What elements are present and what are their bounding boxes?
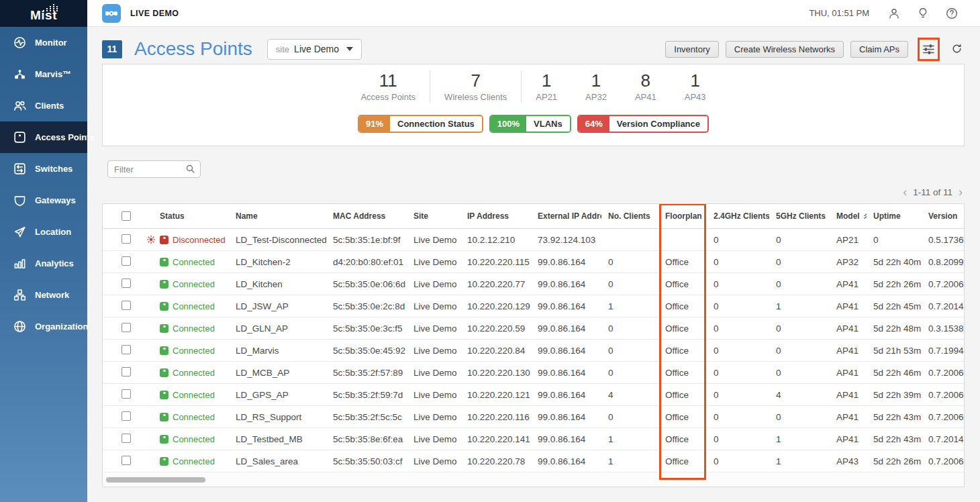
table-row[interactable]: ConnectedLD_Kitchen5c:5b:35:0e:06:6dLive…: [103, 273, 964, 295]
column-header-status[interactable]: Status: [142, 211, 229, 221]
page-title: Access Points: [134, 38, 252, 60]
cell-name: LD_MCB_AP: [229, 368, 326, 378]
table-row[interactable]: ConnectedLD_Testbed_MB5c:5b:35:8e:6f:eaL…: [103, 428, 964, 450]
cell-floorplan: Office: [658, 279, 707, 289]
column-header-ip-address[interactable]: IP Address: [460, 211, 531, 221]
row-checkbox[interactable]: [121, 301, 131, 310]
cell-status: Connected: [142, 390, 229, 400]
row-checkbox[interactable]: [121, 456, 131, 465]
help-icon[interactable]: [945, 7, 959, 20]
cell-ip: 10.220.220.129: [460, 301, 531, 311]
cell-clients: 0: [601, 412, 658, 422]
site-selector[interactable]: site Live Demo: [267, 39, 362, 60]
sidebar-item-label: Network: [35, 290, 69, 300]
stat-value: 8: [635, 70, 656, 91]
sidebar-item-marvis[interactable]: Marvis™: [0, 58, 87, 90]
prev-page-icon[interactable]: ‹: [903, 186, 907, 198]
sidebar-item-organization[interactable]: Organization: [0, 311, 87, 342]
table-row[interactable]: ConnectedLD_Marvis5c:5b:35:0e:45:92Live …: [103, 340, 964, 362]
sidebar-item-gateways[interactable]: Gateways: [0, 185, 87, 216]
cell-status: Disconnected: [142, 235, 229, 245]
create-wireless-networks-button[interactable]: Create Wireless Networks: [726, 41, 844, 58]
row-checkbox[interactable]: [121, 323, 131, 332]
refresh-icon[interactable]: [950, 42, 965, 56]
cell-mac: 5c:5b:35:0e:3c:f5: [326, 323, 407, 334]
table-row[interactable]: ConnectedLD_Kitchen-2d4:20:b0:80:ef:01Li…: [103, 251, 964, 273]
column-header-site[interactable]: Site: [407, 211, 460, 221]
cell-ghz24: 0: [707, 368, 769, 378]
row-checkbox-cell: [103, 434, 142, 445]
cell-model: AP41: [830, 301, 867, 311]
table-row[interactable]: DisconnectedLD_Test-Disconnected5c:5b:35…: [103, 229, 964, 251]
search-icon: [185, 163, 196, 174]
cell-floorplan: Office: [658, 301, 707, 311]
stat-value: 11: [360, 70, 415, 91]
cell-name: LD_GPS_AP: [229, 390, 326, 400]
org-name: LIVE DEMO: [130, 9, 179, 18]
switches-icon: [13, 162, 27, 176]
cell-ip: 10.220.220.121: [460, 390, 531, 400]
cell-clients: 0: [601, 257, 658, 267]
settings-sliders-icon[interactable]: [922, 42, 936, 56]
row-checkbox[interactable]: [121, 411, 131, 421]
sidebar-item-location[interactable]: Location: [0, 216, 87, 248]
sidebar-item-analytics[interactable]: Analytics: [0, 248, 87, 279]
row-checkbox[interactable]: [121, 389, 131, 399]
cell-ip: 10.2.12.210: [460, 235, 531, 245]
sidebar-item-access-points[interactable]: Access Points: [0, 121, 87, 153]
sidebar-item-label: Clients: [35, 101, 64, 111]
cell-name: LD_Kitchen: [229, 279, 326, 289]
row-checkbox[interactable]: [121, 345, 131, 354]
horizontal-scrollbar-thumb[interactable]: [106, 477, 205, 483]
column-header-floorplan[interactable]: Floorplan: [658, 211, 707, 221]
table-row[interactable]: ConnectedLD_JSW_AP5c:5b:35:0e:2c:8dLive …: [103, 295, 964, 317]
sidebar-item-clients[interactable]: Clients: [0, 90, 87, 121]
sidebar-item-monitor[interactable]: Monitor: [0, 27, 87, 58]
column-header-model[interactable]: Model: [830, 211, 867, 221]
sidebar-item-network[interactable]: Network: [0, 279, 87, 311]
claim-aps-button[interactable]: Claim APs: [850, 41, 908, 58]
table-row[interactable]: ConnectedLD_MCB_AP5c:5b:35:2f:57:89Live …: [103, 362, 964, 384]
table-row[interactable]: ConnectedLD_RS_Support5c:5b:35:2f:5c:5cL…: [103, 406, 964, 428]
cell-ip: 10.220.220.141: [460, 434, 531, 444]
row-checkbox[interactable]: [121, 279, 131, 288]
cell-ghz24: 0: [707, 235, 769, 245]
cell-name: LD_Sales_area: [229, 456, 326, 466]
cell-floorplan: Office: [658, 346, 707, 356]
column-header-2.4ghz-clients[interactable]: 2.4GHz Clients: [707, 211, 769, 221]
stat-item: 1AP43: [671, 70, 720, 103]
column-header-external-ip-address[interactable]: External IP Address: [531, 211, 601, 221]
sidebar-item-switches[interactable]: Switches: [0, 153, 87, 185]
row-checkbox[interactable]: [121, 367, 131, 376]
cell-ghz24: 0: [707, 412, 769, 422]
cell-site: Live Demo: [407, 434, 460, 444]
bulb-icon[interactable]: [916, 7, 930, 20]
cell-name: LD_Testbed_MB: [229, 434, 326, 444]
table-row[interactable]: ConnectedLD_GLN_AP5c:5b:35:0e:3c:f5Live …: [103, 317, 964, 340]
row-checkbox[interactable]: [121, 234, 131, 244]
column-header-no.-clients[interactable]: No. Clients: [601, 211, 658, 221]
cell-site: Live Demo: [407, 412, 460, 422]
inventory-button[interactable]: Inventory: [665, 41, 718, 58]
column-header-name[interactable]: Name: [229, 211, 326, 221]
column-header-5ghz-clients[interactable]: 5GHz Clients: [769, 211, 830, 221]
stat-item: 7Wireless Clients: [430, 70, 522, 103]
org-brand[interactable]: LIVE DEMO: [102, 4, 179, 23]
header-checkbox[interactable]: [121, 211, 131, 221]
column-header-uptime[interactable]: Uptime: [867, 211, 922, 221]
row-checkbox[interactable]: [121, 256, 131, 266]
cell-ghz5: 1: [769, 434, 830, 444]
table-row[interactable]: ConnectedLD_Sales_area5c:5b:35:50:03:cfL…: [103, 450, 964, 472]
account-icon[interactable]: [887, 7, 901, 20]
stat-item: 1AP21: [522, 70, 571, 103]
pagination: ‹ 1-11 of 11 ›: [903, 186, 963, 198]
column-header-version[interactable]: Version: [922, 211, 965, 221]
cell-status: Connected: [142, 434, 229, 444]
table-row[interactable]: ConnectedLD_GPS_AP5c:5b:35:2f:59:7dLive …: [103, 384, 964, 406]
next-page-icon[interactable]: ›: [959, 186, 963, 198]
cell-ext_ip: 99.0.86.164: [531, 257, 601, 267]
column-header-mac-address[interactable]: MAC Address: [326, 211, 407, 221]
row-checkbox-cell: [103, 234, 142, 246]
cell-uptime: 5d 22h 26m: [867, 279, 922, 289]
row-checkbox[interactable]: [121, 434, 131, 443]
